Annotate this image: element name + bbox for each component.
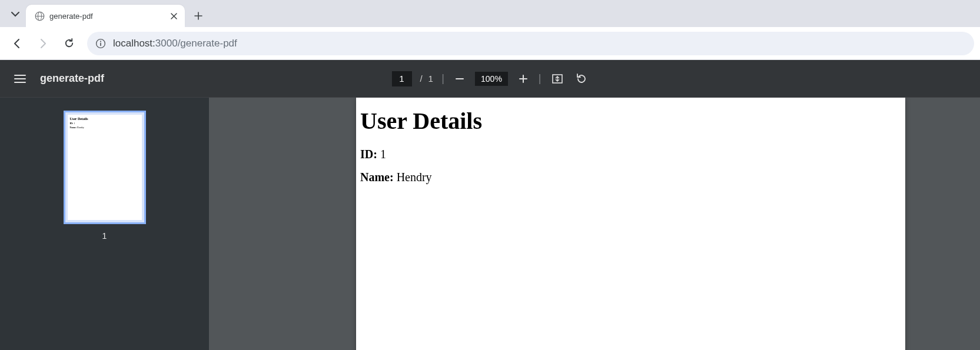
close-icon	[171, 13, 177, 19]
browser-tabstrip: generate-pdf	[0, 0, 980, 27]
pdf-toolbar-center: / 1 | 100% |	[391, 60, 588, 98]
thumbnail-page-number: 1	[102, 231, 107, 241]
tab-title: generate-pdf	[49, 12, 164, 21]
page-canvas-area[interactable]: User Details ID: 1 Name: Hendry	[356, 98, 980, 350]
site-info-icon[interactable]	[95, 38, 106, 49]
info-circle-icon	[95, 38, 106, 49]
reload-button[interactable]	[58, 32, 80, 55]
browser-toolbar: localhost:3000/generate-pdf	[0, 27, 980, 60]
pdf-toolbar: generate-pdf / 1 | 100% |	[0, 60, 980, 98]
reload-icon	[64, 38, 75, 49]
rotate-icon	[575, 73, 587, 85]
toolbar-divider: |	[441, 72, 444, 85]
plus-icon	[194, 12, 202, 20]
globe-icon	[34, 11, 45, 21]
page-number-input[interactable]	[391, 71, 411, 86]
arrow-left-icon	[12, 38, 22, 49]
zoom-in-button[interactable]	[516, 72, 530, 86]
rotate-button[interactable]	[573, 71, 589, 86]
svg-point-4	[100, 41, 101, 42]
page-thumbnail[interactable]: User Details ID: 1 Name: Hendry	[64, 111, 146, 224]
address-bar[interactable]: localhost:3000/generate-pdf	[87, 32, 974, 55]
field-name: Name: Hendry	[360, 171, 901, 184]
thumb-line: Name: Hendry	[70, 126, 139, 129]
zoom-level[interactable]: 100%	[475, 72, 508, 86]
sidebar-toggle-button[interactable]	[12, 71, 28, 87]
url-text: localhost:3000/generate-pdf	[113, 38, 237, 49]
fit-page-icon	[552, 73, 563, 85]
pdf-page: User Details ID: 1 Name: Hendry	[356, 98, 905, 350]
search-tabs-button[interactable]	[5, 4, 26, 25]
back-button[interactable]	[6, 32, 28, 55]
url-path: 3000/generate-pdf	[155, 38, 237, 49]
hamburger-icon	[14, 74, 26, 84]
chevron-down-icon	[11, 10, 19, 18]
page-total: / 1	[420, 74, 433, 84]
minus-icon	[455, 74, 464, 84]
new-tab-button[interactable]	[190, 7, 207, 25]
toolbar-divider: |	[539, 72, 542, 85]
thumb-heading: User Details	[70, 117, 139, 121]
arrow-right-icon	[38, 38, 48, 49]
fit-page-button[interactable]	[550, 71, 565, 86]
forward-button[interactable]	[32, 32, 54, 55]
pdf-viewer-body: User Details ID: 1 Name: Hendry 1 User D…	[0, 98, 980, 350]
document-title: generate-pdf	[40, 72, 104, 85]
url-host: localhost:	[113, 38, 155, 49]
tab-close-button[interactable]	[168, 11, 179, 21]
thumb-line: ID: 1	[70, 122, 139, 125]
plus-icon	[519, 74, 528, 84]
thumbnail-sidebar: User Details ID: 1 Name: Hendry 1	[0, 98, 209, 350]
thumbnail-preview: User Details ID: 1 Name: Hendry	[68, 115, 142, 220]
page-heading: User Details	[360, 107, 901, 135]
field-id: ID: 1	[360, 148, 901, 161]
zoom-out-button[interactable]	[453, 72, 467, 86]
svg-rect-5	[100, 42, 101, 45]
viewer-gutter	[209, 98, 356, 350]
browser-tab[interactable]: generate-pdf	[26, 5, 185, 27]
